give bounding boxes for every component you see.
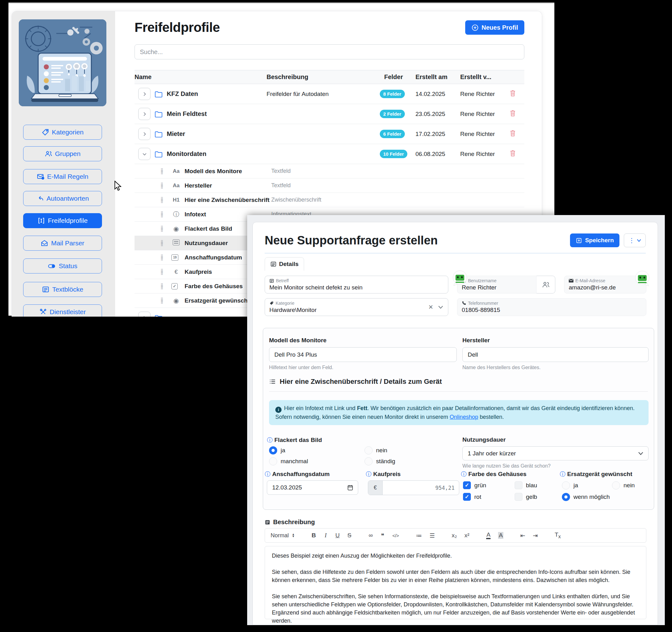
tab-details[interactable]: Details [265, 257, 304, 271]
field-row[interactable]: ⣿⣿ H1 Hier eine Zwischenüberschrift Zwis… [135, 193, 524, 207]
collapse-button[interactable] [138, 148, 150, 160]
drag-handle-icon[interactable]: ⣿⣿ [161, 212, 165, 217]
clear-kategorie-icon[interactable]: ✕ [428, 303, 433, 311]
search-input[interactable] [135, 44, 524, 59]
field-info-icon[interactable]: ⓘ [461, 471, 466, 478]
code-icon[interactable]: </> [392, 533, 399, 538]
radio-selected-icon[interactable] [562, 493, 570, 501]
radio-option[interactable]: ja [562, 481, 578, 489]
sidebar-item-freifeldprofile[interactable]: Freifeldprofile [23, 213, 102, 228]
radio-option[interactable]: ja [269, 446, 285, 454]
drag-handle-icon[interactable]: ⣿⣿ [161, 299, 165, 303]
profile-name[interactable]: Mieter [167, 130, 185, 137]
neues-profil-button[interactable]: Neues Profil [465, 20, 524, 35]
expand-button[interactable] [138, 312, 150, 317]
expand-button[interactable] [138, 88, 150, 100]
speichern-button[interactable]: Speichern [570, 233, 620, 247]
clear-formatting-icon[interactable]: Tx [555, 531, 561, 539]
modell-input[interactable]: Dell Pro 34 Plus [269, 347, 457, 362]
checkbox-icon[interactable] [514, 481, 523, 489]
radio-icon[interactable] [562, 481, 570, 489]
hersteller-input[interactable]: Dell [462, 347, 649, 362]
sidebar-item-mail-parser[interactable]: Mail Parser [23, 236, 102, 251]
profile-name[interactable]: KFZ Daten [167, 90, 198, 98]
drag-handle-icon[interactable]: ⣿⣿ [161, 270, 165, 274]
checkbox-option[interactable]: blau [514, 481, 537, 489]
radio-selected-icon[interactable] [269, 446, 277, 454]
italic-icon[interactable]: I [323, 532, 328, 539]
field-row[interactable]: ⣿⣿ Aa Hersteller Textfeld [135, 178, 524, 193]
bullet-list-icon[interactable]: ☰ [430, 532, 435, 539]
calendar-icon[interactable] [347, 485, 353, 490]
profile-name[interactable]: Monitordaten [167, 150, 207, 157]
outdent-icon[interactable]: ⇤ [520, 532, 525, 539]
kategorie-field[interactable]: Kategorie Hardware\Monitor ✕ [265, 298, 448, 316]
field-info-icon[interactable]: ⓘ [265, 471, 270, 478]
format-dropdown[interactable]: Normal▲▼ [271, 532, 295, 539]
radio-icon[interactable] [269, 457, 277, 465]
expand-button[interactable] [138, 128, 150, 140]
radio-option[interactable]: ständig [364, 457, 395, 465]
beschreibung-editor[interactable]: Dieses Beispiel zeigt einen Auszug der M… [265, 546, 646, 619]
ordered-list-icon[interactable]: ≔ [416, 532, 422, 539]
drag-handle-icon[interactable]: ⣿⣿ [161, 255, 165, 260]
superscript-icon[interactable]: x² [464, 532, 470, 539]
sidebar-item-autoantworten[interactable]: Autoantworten [23, 191, 102, 206]
sidebar-item-textbloecke[interactable]: Textblöcke [23, 282, 102, 297]
checkbox-checked-icon[interactable]: ✓ [463, 493, 471, 501]
radio-icon[interactable] [364, 457, 373, 465]
blockquote-icon[interactable]: ❝ [380, 532, 385, 539]
radio-option[interactable]: manchmal [269, 457, 308, 465]
underline-icon[interactable]: U [335, 532, 340, 539]
sidebar-item-kategorien[interactable]: Kategorien [23, 125, 102, 140]
expand-button[interactable] [138, 108, 150, 120]
highlight-color-icon[interactable]: A [498, 532, 503, 539]
checkbox-icon[interactable] [514, 493, 523, 501]
autofill-robot-badge-icon[interactable] [634, 270, 650, 287]
delete-icon[interactable] [509, 129, 516, 137]
radio-icon[interactable] [612, 481, 620, 489]
delete-icon[interactable] [509, 109, 516, 117]
sidebar-item-dienstleister[interactable]: Dienstleister [23, 304, 102, 317]
select-user-button[interactable] [536, 276, 555, 294]
anschaffungsdatum-input[interactable]: 12.03.2025 [267, 480, 358, 495]
radio-option[interactable]: nein [612, 481, 635, 489]
kaufpreis-input[interactable]: € 954,21 [368, 480, 459, 495]
sidebar-item-status[interactable]: Status [23, 258, 102, 274]
field-row[interactable]: ⣿⣿ Aa Modell des Monitore Textfeld [135, 164, 524, 178]
radio-icon[interactable] [364, 446, 373, 454]
more-actions-button[interactable]: ⋮ [624, 233, 646, 247]
drag-handle-icon[interactable]: ⣿⣿ [161, 227, 165, 231]
checkbox-option[interactable]: gelb [514, 493, 537, 501]
anschaffungsdatum-label: Anschaffungsdatum [272, 471, 330, 478]
delete-icon[interactable] [509, 149, 516, 157]
checkbox-option[interactable]: ✓grün [463, 481, 486, 489]
autofill-robot-badge-icon[interactable] [452, 270, 468, 286]
betreff-field[interactable]: Betreff Mein Monitor scheint defekt zu s… [265, 276, 448, 294]
field-info-icon[interactable]: ⓘ [560, 471, 565, 478]
delete-icon[interactable] [509, 90, 516, 97]
radio-option[interactable]: wenn möglich [562, 493, 610, 501]
subscript-icon[interactable]: x₂ [452, 532, 457, 539]
drag-handle-icon[interactable]: ⣿⣿ [161, 241, 165, 245]
nutzungsdauer-select[interactable]: 1 Jahr oder kürzer [462, 446, 649, 460]
field-info-icon[interactable]: ⓘ [267, 436, 272, 444]
drag-handle-icon[interactable]: ⣿⣿ [161, 284, 165, 288]
onlineshop-link[interactable]: Onlineshop [450, 414, 478, 420]
drag-handle-icon[interactable]: ⣿⣿ [161, 198, 165, 202]
chevron-down-icon[interactable] [438, 306, 443, 309]
strikethrough-icon[interactable]: S [347, 532, 352, 539]
sidebar-item-email-regeln[interactable]: E-Mail Regeln [23, 169, 102, 184]
checkbox-option[interactable]: ✓rot [463, 493, 481, 501]
drag-handle-icon[interactable]: ⣿⣿ [161, 183, 165, 188]
sidebar-item-gruppen[interactable]: Gruppen [23, 146, 102, 161]
link-icon[interactable]: ∞ [368, 532, 373, 539]
field-info-icon[interactable]: ⓘ [366, 471, 371, 478]
text-color-icon[interactable]: A [486, 532, 490, 539]
checkbox-checked-icon[interactable]: ✓ [463, 481, 471, 489]
indent-icon[interactable]: ⇥ [533, 532, 538, 539]
profile-name[interactable]: Mein Feldtest [167, 110, 207, 118]
drag-handle-icon[interactable]: ⣿⣿ [161, 169, 165, 174]
bold-icon[interactable]: B [312, 532, 316, 539]
radio-option[interactable]: nein [364, 446, 387, 454]
